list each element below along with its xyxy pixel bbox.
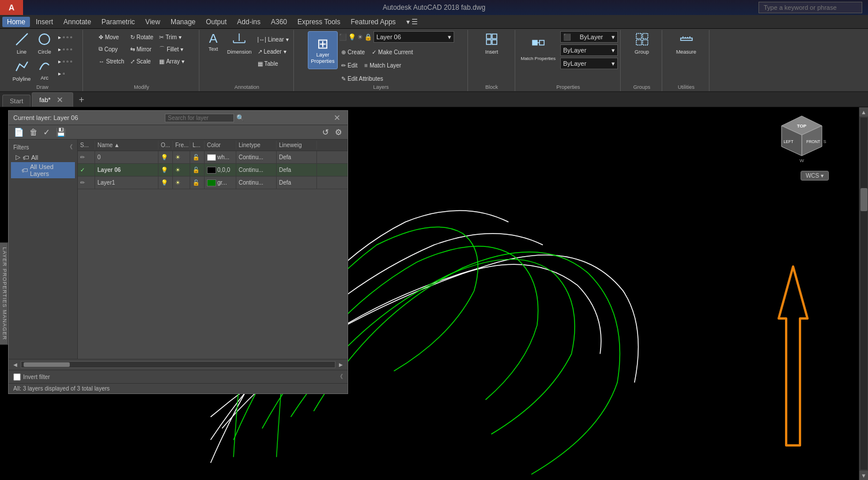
delete-layer-tool[interactable]: 🗑	[28, 127, 39, 137]
menu-insert[interactable]: Insert	[31, 17, 58, 27]
match-properties-button[interactable]: Match Properties	[519, 31, 558, 69]
layer-row-06[interactable]: ✓ Layer 06 💡 ☀	[78, 164, 348, 177]
copy-button[interactable]: ⧉ Copy	[96, 43, 127, 55]
tab-add-button[interactable]: +	[74, 93, 89, 107]
menu-output[interactable]: Output	[201, 17, 231, 27]
layer-1-color[interactable]: gr...	[205, 177, 236, 189]
scrollbar-thumb[interactable]	[24, 362, 70, 367]
layer-panel-close[interactable]: ✕	[331, 113, 343, 122]
menu-extra[interactable]: ▾ ☰	[402, 17, 422, 27]
bylayer-dropdown-1[interactable]: ⬛ ByLayer ▾	[560, 31, 618, 43]
cad-canvas[interactable]: LAYER PROPERTIES MANAGER Current layer: …	[0, 107, 868, 480]
edit-button[interactable]: ✏ Edit	[339, 59, 360, 71]
leader-button[interactable]: ↗ Leader ▾	[255, 46, 291, 57]
mirror-button[interactable]: ⇆ Mirror	[128, 43, 156, 55]
menu-annotate[interactable]: Annotate	[59, 17, 96, 27]
layer-1-on[interactable]: 💡	[158, 177, 173, 189]
layer-1-lock[interactable]: 🔓	[190, 177, 205, 189]
tab-start[interactable]: Start	[2, 95, 31, 107]
layer-06-on[interactable]: 💡	[158, 164, 173, 176]
layer-1-freeze[interactable]: ☀	[173, 177, 190, 189]
trim-button[interactable]: ✂ Trim ▾	[157, 31, 187, 43]
filter-item-used[interactable]: 🏷 All Used Layers	[11, 162, 75, 178]
new-layer-tool[interactable]: 📄	[12, 127, 25, 137]
menu-view[interactable]: View	[141, 17, 165, 27]
layer-0-freeze[interactable]: ☀	[173, 151, 190, 163]
layer-0-color[interactable]: wh...	[205, 151, 236, 163]
rotate-button[interactable]: ↻ Rotate	[128, 31, 156, 43]
polyline-button[interactable]: Polyline	[10, 58, 33, 83]
collapse-filter-icon[interactable]: 《	[67, 143, 73, 151]
draw-more-1[interactable]: ▸ ▫ ▫ ▫	[56, 31, 74, 43]
col-header-freeze[interactable]: Fre...	[173, 141, 190, 149]
navigation-cube[interactable]: TOP FRONT LEFT W S	[776, 113, 828, 165]
move-button[interactable]: ✥ Move	[96, 31, 127, 43]
scale-button[interactable]: ⤢ Scale	[128, 55, 156, 67]
invert-filter-checkbox[interactable]: Invert filter	[13, 373, 50, 381]
layer-row-0[interactable]: ✏ 0 💡 ☀ 🔓	[78, 151, 348, 164]
col-header-linetype[interactable]: Linetype	[236, 141, 277, 149]
layer-0-on[interactable]: 💡	[158, 151, 173, 163]
layer-0-lock[interactable]: 🔓	[190, 151, 205, 163]
layer-properties-manager-tab[interactable]: LAYER PROPERTIES MANAGER	[0, 242, 8, 344]
layer-06-lock[interactable]: 🔓	[190, 164, 205, 176]
refresh-tool[interactable]: ↺	[320, 127, 331, 137]
measure-button[interactable]: Measure	[674, 31, 699, 56]
col-header-lock[interactable]: L...	[190, 141, 205, 149]
col-header-status[interactable]: S...	[78, 141, 95, 149]
dimension-button[interactable]: Dimension	[225, 31, 254, 56]
menu-featured-apps[interactable]: Featured Apps	[346, 17, 401, 27]
col-header-lineweight[interactable]: Lineweig	[277, 141, 317, 149]
linear-button[interactable]: |↔| Linear ▾	[255, 33, 291, 45]
array-button[interactable]: ▦ Array ▾	[157, 55, 187, 67]
layer-06-freeze[interactable]: ☀	[173, 164, 190, 176]
bylayer-dropdown-3[interactable]: ByLayer ▾	[560, 58, 618, 69]
edit-attributes-button[interactable]: ✎ Edit Attributes	[339, 73, 454, 84]
text-button[interactable]: A Text	[203, 31, 224, 53]
menu-express-tools[interactable]: Express Tools	[293, 17, 345, 27]
scroll-down-button[interactable]: ▼	[859, 471, 869, 480]
layer-dropdown[interactable]: Layer 06 ▾	[373, 31, 454, 43]
stretch-button[interactable]: ↔ Stretch	[96, 55, 127, 67]
app-menu-button[interactable]: A	[0, 0, 23, 15]
menu-parametric[interactable]: Parametric	[97, 17, 139, 27]
menu-manage[interactable]: Manage	[166, 17, 200, 27]
scroll-left-arrow[interactable]: ◄	[12, 361, 18, 368]
wcs-badge[interactable]: WCS ▾	[801, 171, 829, 181]
col-header-name[interactable]: Name ▲	[95, 141, 158, 149]
insert-button[interactable]: Insert	[481, 31, 502, 56]
match-layer-button[interactable]: ≡ Match Layer	[362, 59, 403, 71]
settings-tool[interactable]: ⚙	[333, 127, 344, 137]
col-header-on[interactable]: O...	[158, 141, 173, 149]
layer-properties-button[interactable]: ⊞ LayerProperties	[308, 31, 338, 69]
menu-home[interactable]: Home	[2, 17, 30, 27]
line-button[interactable]: Line	[12, 31, 32, 56]
layer-06-color[interactable]: 0,0,0	[205, 164, 236, 176]
menu-a360[interactable]: A360	[266, 17, 292, 27]
scrollbar-track[interactable]	[21, 361, 335, 368]
scroll-right-arrow[interactable]: ►	[338, 361, 344, 368]
fillet-button[interactable]: ⌒ Fillet ▾	[157, 43, 187, 55]
draw-more-4[interactable]: ▸ ▫	[56, 68, 74, 79]
col-header-color[interactable]: Color	[205, 141, 236, 149]
layer-0-linetype[interactable]: Continu...	[236, 151, 277, 163]
invert-filter-input[interactable]	[13, 373, 21, 381]
layer-search-input[interactable]	[165, 114, 234, 122]
set-current-tool[interactable]: ✓	[41, 127, 52, 137]
filter-item-all[interactable]: ▷ 🏷 All	[11, 152, 75, 162]
create-button[interactable]: ⊕ Create	[339, 46, 367, 58]
draw-more-2[interactable]: ▸ ▫ ▫ ▫	[56, 43, 74, 55]
scroll-up-button[interactable]: ▲	[859, 107, 869, 117]
scroll-track[interactable]	[861, 118, 867, 470]
layer-row-1[interactable]: ✏ Layer1 💡 ☀ 🔓	[78, 177, 348, 189]
circle-button[interactable]: Circle	[34, 31, 55, 56]
menu-add-ins[interactable]: Add-ins	[232, 17, 265, 27]
group-button[interactable]: Group	[632, 31, 652, 56]
arc-button[interactable]: Arc	[34, 57, 55, 82]
bylayer-dropdown-2[interactable]: ByLayer ▾	[560, 44, 618, 56]
draw-more-3[interactable]: ▸ ▫ ▫ ▫	[56, 55, 74, 67]
tab-fab[interactable]: fab* ✕	[32, 92, 73, 107]
layer-06-linetype[interactable]: Continu...	[236, 164, 277, 176]
layer-1-linetype[interactable]: Continu...	[236, 177, 277, 189]
collapse-icon[interactable]: 《	[337, 373, 343, 381]
